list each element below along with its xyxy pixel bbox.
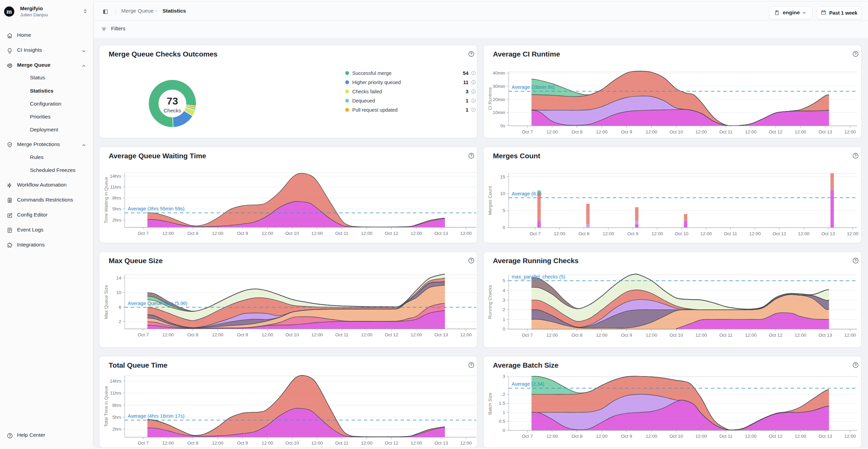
svg-text:Oct 8: Oct 8 xyxy=(187,231,198,236)
svg-text:Oct 10: Oct 10 xyxy=(285,332,299,337)
svg-text:12:00: 12:00 xyxy=(745,333,757,338)
svg-text:12:00: 12:00 xyxy=(646,129,657,134)
svg-text:Oct 10: Oct 10 xyxy=(285,231,299,236)
svg-text:12:00: 12:00 xyxy=(460,332,472,337)
svg-text:Oct 7: Oct 7 xyxy=(530,231,541,236)
svg-text:12:00: 12:00 xyxy=(212,332,223,337)
svg-text:Oct 12: Oct 12 xyxy=(769,333,782,338)
svg-text:Oct 9: Oct 9 xyxy=(237,332,248,337)
svg-text:Oct 7: Oct 7 xyxy=(522,129,533,134)
svg-text:12:00: 12:00 xyxy=(311,440,323,446)
svg-text:Oct 8: Oct 8 xyxy=(187,332,198,337)
svg-text:Oct 9: Oct 9 xyxy=(621,333,632,338)
svg-text:1: 1 xyxy=(502,317,505,322)
svg-text:2: 2 xyxy=(502,307,505,312)
svg-text:5hrs: 5hrs xyxy=(112,206,122,211)
svg-text:Oct 8: Oct 8 xyxy=(578,231,589,236)
svg-text:Oct 12: Oct 12 xyxy=(769,434,782,439)
svg-text:12:00: 12:00 xyxy=(745,434,757,439)
svg-text:12:00: 12:00 xyxy=(162,440,174,446)
svg-text:Oct 13: Oct 13 xyxy=(434,231,448,236)
svg-text:Average (3hrs 55min 59s): Average (3hrs 55min 59s) xyxy=(128,206,185,211)
svg-text:0: 0 xyxy=(502,326,505,332)
svg-text:Oct 10: Oct 10 xyxy=(669,129,683,134)
svg-text:2: 2 xyxy=(119,319,121,324)
svg-text:12:00: 12:00 xyxy=(646,434,657,439)
svg-text:12:00: 12:00 xyxy=(162,231,174,236)
svg-text:Dequeued: Dequeued xyxy=(352,98,375,103)
svg-text:2hrs: 2hrs xyxy=(112,427,122,432)
svg-text:12:00: 12:00 xyxy=(460,231,472,236)
svg-text:6: 6 xyxy=(119,305,121,310)
svg-text:12:00: 12:00 xyxy=(844,333,856,338)
svg-text:12:00: 12:00 xyxy=(162,332,174,337)
svg-text:12:00: 12:00 xyxy=(795,129,806,134)
svg-text:Average (2.34): Average (2.34) xyxy=(512,381,544,387)
svg-text:Oct 10: Oct 10 xyxy=(675,231,688,236)
svg-text:0: 0 xyxy=(502,428,505,433)
svg-text:10: 10 xyxy=(500,191,505,196)
svg-text:14hrs: 14hrs xyxy=(110,174,121,179)
svg-text:Oct 8: Oct 8 xyxy=(571,333,582,338)
svg-text:12:00: 12:00 xyxy=(546,434,558,439)
svg-text:12:00: 12:00 xyxy=(361,231,373,236)
svg-text:Oct 11: Oct 11 xyxy=(724,231,737,236)
svg-text:Higher priority queued: Higher priority queued xyxy=(352,80,401,85)
svg-text:Oct 8: Oct 8 xyxy=(571,129,582,134)
svg-text:12:00: 12:00 xyxy=(646,333,657,338)
svg-text:2: 2 xyxy=(502,392,505,397)
svg-text:1: 1 xyxy=(466,98,468,103)
svg-text:40min: 40min xyxy=(493,70,505,76)
svg-text:11hrs: 11hrs xyxy=(110,185,121,190)
svg-text:Oct 13: Oct 13 xyxy=(819,333,832,338)
svg-text:max_parallel_checks (5): max_parallel_checks (5) xyxy=(512,274,565,279)
svg-text:12:00: 12:00 xyxy=(798,231,810,236)
svg-text:0: 0 xyxy=(502,225,505,230)
svg-text:Oct 7: Oct 7 xyxy=(138,440,149,446)
svg-text:Oct 9: Oct 9 xyxy=(621,129,632,134)
svg-text:Oct 13: Oct 13 xyxy=(819,129,832,134)
svg-text:0s: 0s xyxy=(500,123,506,128)
svg-text:12:00: 12:00 xyxy=(700,231,712,236)
svg-text:8hrs: 8hrs xyxy=(112,195,122,201)
svg-text:12:00: 12:00 xyxy=(546,333,558,338)
svg-text:12:00: 12:00 xyxy=(847,231,858,236)
svg-text:Average (8.8): Average (8.8) xyxy=(512,191,542,196)
svg-text:Oct 9: Oct 9 xyxy=(627,231,638,236)
svg-text:2hrs: 2hrs xyxy=(112,218,122,223)
svg-text:Oct 10: Oct 10 xyxy=(285,440,299,446)
svg-text:5: 5 xyxy=(502,208,505,213)
svg-text:12:00: 12:00 xyxy=(596,434,608,439)
svg-text:Oct 11: Oct 11 xyxy=(719,333,733,338)
svg-text:Oct 11: Oct 11 xyxy=(719,434,733,439)
svg-text:Oct 12: Oct 12 xyxy=(769,129,782,134)
svg-text:12:00: 12:00 xyxy=(745,129,757,134)
svg-text:10: 10 xyxy=(116,290,121,295)
svg-text:Oct 12: Oct 12 xyxy=(385,440,398,446)
svg-text:8hrs: 8hrs xyxy=(112,403,122,408)
svg-text:Oct 13: Oct 13 xyxy=(434,440,448,446)
svg-text:11hrs: 11hrs xyxy=(110,390,121,396)
svg-text:4: 4 xyxy=(502,288,505,293)
svg-text:12:00: 12:00 xyxy=(554,231,565,236)
svg-text:12:00: 12:00 xyxy=(695,434,707,439)
svg-text:Average (26min 9s): Average (26min 9s) xyxy=(512,84,555,90)
svg-text:1: 1 xyxy=(502,410,505,415)
svg-text:3: 3 xyxy=(502,374,505,379)
svg-text:10min: 10min xyxy=(493,110,505,115)
svg-text:12:00: 12:00 xyxy=(410,332,422,337)
svg-text:12:00: 12:00 xyxy=(795,434,806,439)
svg-text:15: 15 xyxy=(500,174,505,179)
svg-text:Oct 11: Oct 11 xyxy=(719,129,733,134)
svg-text:5hrs: 5hrs xyxy=(112,415,122,420)
svg-text:12:00: 12:00 xyxy=(410,440,422,446)
svg-text:12:00: 12:00 xyxy=(844,434,856,439)
svg-text:12:00: 12:00 xyxy=(795,333,806,338)
svg-text:Oct 7: Oct 7 xyxy=(522,434,533,439)
svg-text:3: 3 xyxy=(466,89,468,94)
svg-text:Oct 13: Oct 13 xyxy=(821,231,835,236)
svg-text:12:00: 12:00 xyxy=(596,333,608,338)
svg-text:0.5: 0.5 xyxy=(499,419,505,424)
svg-text:12:00: 12:00 xyxy=(262,332,273,337)
svg-text:Oct 8: Oct 8 xyxy=(187,440,198,446)
